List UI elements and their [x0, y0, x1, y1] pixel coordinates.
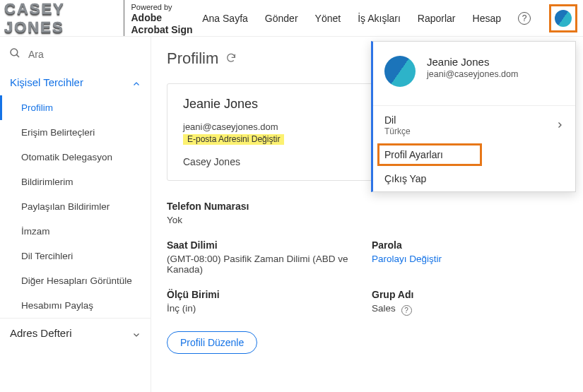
phone-value: Yok [167, 215, 358, 225]
info-icon[interactable]: ? [401, 305, 412, 316]
password-block: Parola Parolayı Değiştir [372, 239, 563, 275]
sidebar-items: Profilim Erişim Belirteçleri Otomatik De… [0, 95, 151, 318]
pw-label: Parola [372, 239, 563, 251]
sidebar-section-addressbook[interactable]: Adres Defteri [0, 318, 151, 346]
unit-value: İnç (in) [167, 303, 358, 314]
tz-value: (GMT-08:00) Pasifik Zaman Dilimi (ABD ve… [167, 254, 358, 275]
avatar-button[interactable] [549, 4, 577, 32]
sidebar: Ara Kişisel Tercihler Profilim Erişim Be… [0, 37, 151, 392]
powered-label: Powered by [131, 3, 203, 12]
popover-avatar-icon [384, 56, 416, 87]
powered-brand-2: Acrobat Sign [131, 24, 203, 36]
popover-profile-settings[interactable]: Profil Ayarları [377, 143, 482, 166]
popover-signout-label: Çıkış Yap [384, 173, 426, 184]
popover-email: jeani@caseyjones.dom [427, 69, 518, 79]
sidebar-item-tokens[interactable]: Erişim Belirteçleri [0, 120, 151, 145]
sidebar-item-share-account[interactable]: Hesabımı Paylaş [0, 293, 151, 318]
popover-settings-label: Profil Ayarları [384, 149, 443, 160]
powered-brand-1: Adobe [131, 12, 203, 24]
phone-label: Telefon Numarası [167, 201, 358, 212]
nav-workflows[interactable]: İş Akışları [358, 13, 401, 24]
sidebar-section-personal[interactable]: Kişisel Tercihler [0, 68, 151, 95]
chevron-down-icon [132, 329, 141, 338]
svg-point-0 [11, 49, 18, 56]
sidebar-item-shared-notif[interactable]: Paylaşılan Bildirimler [0, 194, 151, 219]
profile-details-grid: Telefon Numarası Yok Saat Dilimi (GMT-08… [167, 201, 563, 316]
powered-by: Powered by Adobe Acrobat Sign [124, 0, 203, 36]
nav-reports[interactable]: Raporlar [418, 13, 456, 24]
sidebar-item-profile[interactable]: Profilim [0, 95, 151, 120]
sidebar-item-signature[interactable]: İmzam [0, 219, 151, 244]
sidebar-search[interactable]: Ara [0, 41, 151, 68]
nav-manage[interactable]: Yönet [315, 13, 341, 24]
popover-signout[interactable]: Çıkış Yap [373, 166, 575, 191]
change-password-link[interactable]: Parolayı Değiştir [372, 254, 563, 264]
svg-line-1 [16, 54, 19, 57]
profile-popover: Jeanie Jones jeani@caseyjones.dom Dil Tü… [371, 41, 576, 192]
unit-label: Ölçü Birimi [167, 289, 358, 300]
nav-send[interactable]: Gönder [265, 13, 298, 24]
chevron-right-icon [555, 120, 564, 131]
group-value-text: Sales [372, 303, 396, 314]
unit-block: Ölçü Birimi İnç (in) [167, 289, 358, 316]
popover-language-row[interactable]: Dil Türkçe [373, 107, 575, 143]
nav-home[interactable]: Ana Sayfa [202, 13, 248, 24]
phone-block: Telefon Numarası Yok [167, 201, 358, 225]
group-value: Sales ? [372, 303, 563, 316]
change-email-link[interactable]: E-posta Adresini Değiştir [183, 134, 284, 145]
group-block: Grup Adı Sales ? [372, 289, 563, 316]
help-icon[interactable]: ? [518, 12, 531, 25]
sidebar-section-addressbook-label: Adres Defteri [10, 327, 72, 339]
refresh-icon[interactable] [225, 49, 237, 68]
popover-header: Jeanie Jones jeani@caseyjones.dom [373, 42, 575, 104]
sidebar-item-notifications[interactable]: Bildirimlerim [0, 170, 151, 194]
popover-lang-label: Dil [384, 114, 411, 126]
search-icon [8, 47, 21, 62]
brand-name: CASEY JONES [4, 0, 124, 37]
sidebar-item-delegation[interactable]: Otomatik Delegasyon [0, 145, 151, 170]
group-label: Grup Adı [372, 289, 563, 300]
avatar-icon [555, 10, 572, 27]
brand-logo: CASEY JONES [0, 0, 124, 37]
popover-lang-value: Türkçe [384, 126, 411, 136]
top-nav: Ana Sayfa Gönder Yönet İş Akışları Rapor… [202, 0, 583, 37]
timezone-block: Saat Dilimi (GMT-08:00) Pasifik Zaman Di… [167, 239, 358, 275]
sidebar-section-personal-label: Kişisel Tercihler [10, 76, 83, 88]
nav-account[interactable]: Hesap [473, 13, 501, 24]
edit-profile-button[interactable]: Profili Düzenle [167, 331, 257, 354]
search-placeholder: Ara [28, 49, 44, 60]
sidebar-item-view-accounts[interactable]: Diğer Hesapları Görüntüle [0, 268, 151, 293]
sidebar-item-lang-prefs[interactable]: Dil Tercihleri [0, 244, 151, 268]
popover-name: Jeanie Jones [427, 56, 518, 68]
tz-label: Saat Dilimi [167, 239, 358, 251]
app-header: CASEY JONES Powered by Adobe Acrobat Sig… [0, 0, 583, 37]
chevron-up-icon [132, 78, 141, 87]
page-title: Profilim [167, 49, 218, 68]
